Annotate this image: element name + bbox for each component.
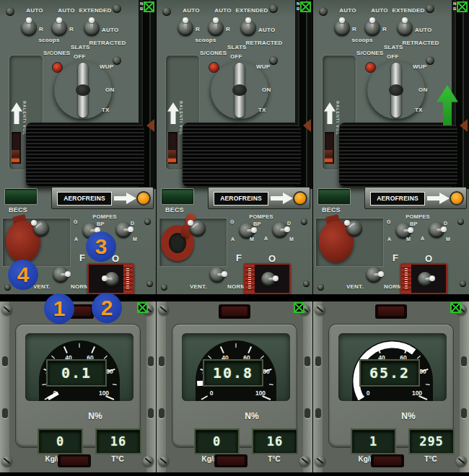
gauge-bottom-slot-inner [61, 457, 88, 465]
module-red-strip [245, 265, 255, 293]
frame-slot [461, 356, 467, 367]
temperature-unit-label: T°C [101, 455, 134, 463]
m-label: M [446, 237, 450, 242]
scones-label: S/CONES [43, 50, 70, 56]
vent-switch[interactable] [209, 267, 225, 283]
guarded-switch[interactable] [33, 221, 49, 237]
scoop-switch-right[interactable] [364, 20, 380, 36]
aerofreins-lamp[interactable] [450, 191, 464, 206]
a-label: A [264, 236, 268, 241]
engine-columns: N B AUTO AUTO EXTENDED R R AUTO [0, 0, 469, 476]
screw-icon [301, 219, 307, 225]
aerofreins-label: AEROFREINS [370, 192, 425, 206]
temperature-unit-label: T°C [258, 455, 291, 463]
temperature-readout: 295 [410, 430, 453, 453]
track-letter: N [140, 1, 143, 6]
pump-switch-right[interactable] [272, 222, 288, 238]
relight-switch-module[interactable] [87, 263, 134, 294]
screw-icon [457, 219, 464, 225]
callout-2: 2 [92, 293, 122, 323]
aerofreins-bar[interactable]: AEROFREINS [364, 187, 467, 209]
slats-auto-switch[interactable] [84, 20, 100, 36]
scoop-switch-left[interactable] [334, 20, 350, 36]
vent-label: VENT. [346, 283, 364, 290]
frame-slot [315, 356, 321, 367]
d-label: D [444, 221, 447, 226]
vent-label: VENT. [33, 283, 51, 290]
module-switch[interactable] [261, 272, 276, 286]
slats-auto-switch[interactable] [397, 20, 413, 36]
module-switch[interactable] [105, 272, 119, 286]
wup-label: WUP [256, 63, 270, 70]
scoop-switch-left[interactable] [21, 20, 37, 36]
screw-icon [1, 456, 12, 467]
hotspot-x-icon[interactable] [300, 1, 311, 12]
hotspot-x-icon[interactable] [144, 1, 154, 12]
vent-switch[interactable] [53, 267, 69, 283]
hotspot-x-icon[interactable] [294, 302, 304, 313]
throttle-lever[interactable] [183, 123, 301, 186]
screw-icon [1, 304, 12, 315]
throttle-lever[interactable] [26, 123, 144, 186]
slats-auto-switch[interactable] [240, 20, 256, 36]
screw-icon [158, 304, 169, 315]
scoop-switch-left[interactable] [177, 20, 193, 36]
tx-label: TX [258, 107, 266, 113]
aerofreins-bar[interactable]: AEROFREINS [51, 187, 154, 209]
gauge-bezel: 0 20 40 60 80 100 0.1 [16, 325, 140, 447]
dial-recess: 0 20 40 60 80 100 0.1 [25, 333, 133, 401]
becs-label: BECS [322, 206, 341, 213]
hotspot-x-icon[interactable] [450, 302, 461, 313]
callout-3: 3 [86, 232, 116, 262]
aerofreins-lamp[interactable] [136, 191, 151, 206]
auto-label: AUTO [102, 27, 118, 33]
scoop-switch-right[interactable] [208, 20, 224, 36]
o-label: O [425, 253, 432, 264]
scoop-left-label: AUTO [178, 7, 204, 14]
idle-slider[interactable] [168, 150, 176, 162]
screw-icon [426, 56, 434, 65]
becs-label: BECS [9, 206, 27, 213]
dial-recess: 0 20 40 60 80 100 10.8 [182, 333, 290, 401]
scoops-label: scoops [188, 37, 223, 43]
g-label: G [230, 219, 234, 224]
track-letter: B [453, 6, 456, 11]
aerofreins-lamp[interactable] [293, 191, 307, 206]
aerofreins-bar[interactable]: AEROFREINS [208, 187, 310, 209]
a-label: A [387, 237, 391, 242]
svg-text:80: 80 [106, 368, 113, 375]
m-label: M [406, 237, 411, 242]
on-label: ON [105, 87, 114, 93]
gauge-bottom-slot [371, 454, 404, 467]
gauge-bottom-slot [214, 454, 247, 467]
hotspot-x-icon[interactable] [457, 1, 468, 12]
svg-text:100: 100 [412, 389, 422, 397]
module-switch[interactable] [418, 272, 432, 286]
scones-label: S/CONES [356, 50, 383, 56]
guarded-switch[interactable] [346, 221, 362, 237]
module-red-strip [402, 265, 411, 293]
flight-sim-engine-panel: N B AUTO AUTO EXTENDED R R AUTO [0, 0, 469, 476]
guarded-switch[interactable] [190, 221, 206, 237]
relight-switch-module[interactable] [400, 263, 447, 294]
temperature-readout: 16 [97, 430, 140, 453]
scoop-switch-right[interactable] [51, 20, 67, 36]
pompes-label: POMPES [398, 213, 438, 220]
pump-switch-right[interactable] [429, 222, 444, 238]
wup-label: WUP [100, 63, 113, 70]
knob-hub [389, 84, 403, 96]
relight-switch-module[interactable] [244, 263, 291, 294]
idle-slider[interactable] [325, 150, 333, 162]
pump-switch-right[interactable] [115, 222, 131, 238]
module-red-strip [123, 265, 133, 293]
scoops-label: scoops [32, 37, 66, 43]
throttle-lever[interactable] [339, 123, 457, 186]
frame-slot [2, 408, 8, 419]
vent-switch[interactable] [366, 267, 382, 283]
r-label: R [352, 26, 356, 32]
n-percent-unit-label: N% [354, 411, 463, 421]
r-label: R [382, 26, 387, 32]
idle-slider[interactable] [12, 150, 19, 162]
hotspot-x-icon[interactable] [137, 302, 148, 313]
frame-slot [315, 408, 321, 419]
